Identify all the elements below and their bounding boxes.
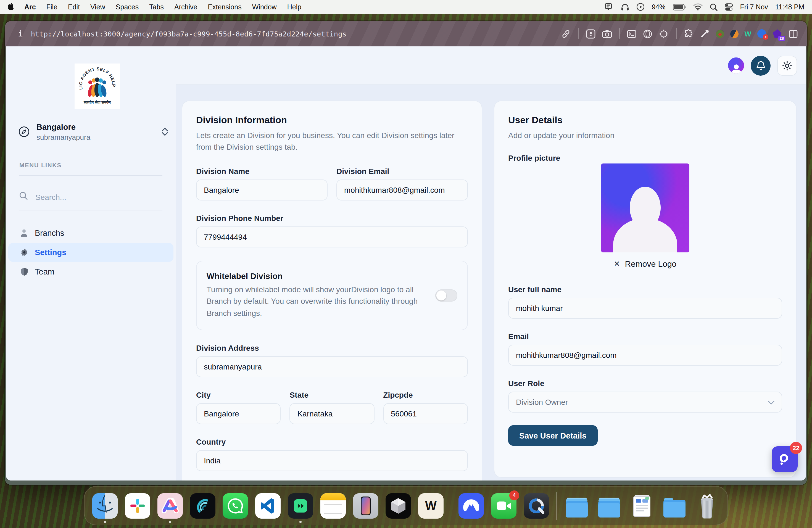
- remove-logo-button[interactable]: ✕ Remove Logo: [614, 259, 677, 269]
- user-email-input[interactable]: [508, 345, 782, 366]
- settings-content: Division Information Lets create an Divi…: [176, 85, 806, 481]
- toggle-knob: [436, 290, 446, 300]
- menu-help[interactable]: Help: [287, 3, 301, 11]
- battery-icon[interactable]: [672, 4, 686, 10]
- dock-folder-icon[interactable]: [662, 493, 687, 518]
- extension-icon-green[interactable]: [715, 30, 724, 38]
- running-indicator: [104, 520, 106, 523]
- sidebar-search[interactable]: [19, 192, 162, 202]
- menu-spaces[interactable]: Spaces: [116, 3, 139, 11]
- menu-extensions[interactable]: Extensions: [208, 3, 242, 11]
- chevron-up-down-icon[interactable]: [162, 128, 168, 136]
- page-info-icon[interactable]: i: [18, 30, 23, 38]
- division-email-input[interactable]: [336, 179, 468, 200]
- division-phone-label: Division Phone Number: [196, 214, 468, 222]
- headphones-icon[interactable]: [621, 3, 629, 11]
- profile-picture[interactable]: [601, 164, 690, 253]
- dock-vscode-icon[interactable]: [255, 493, 280, 518]
- division-name-input[interactable]: [196, 179, 328, 200]
- desktop: Arc File Edit View Spaces Tabs Archive E…: [0, 0, 812, 528]
- country-input[interactable]: [196, 450, 468, 471]
- search-input[interactable]: [34, 192, 122, 202]
- division-address-input[interactable]: [196, 356, 468, 377]
- org-name: Bangalore: [37, 121, 90, 133]
- user-details-title: User Details: [508, 115, 782, 126]
- user-name-input[interactable]: [508, 298, 782, 319]
- org-switcher[interactable]: Bangalore subramanyapura: [18, 121, 168, 143]
- dock-iphone-mirroring-icon[interactable]: [353, 493, 378, 518]
- state-input[interactable]: [290, 403, 375, 424]
- dock-facetime-icon[interactable]: 4: [491, 493, 517, 518]
- extensions-puzzle-icon[interactable]: [684, 29, 694, 39]
- toolbar-divider: [578, 28, 579, 39]
- split-view-icon[interactable]: [788, 29, 798, 39]
- dock-whatsapp-icon[interactable]: [222, 493, 248, 518]
- now-playing-icon[interactable]: [636, 3, 644, 11]
- adblock-icon[interactable]: x: [757, 29, 766, 38]
- dock-folder-icon[interactable]: [564, 493, 590, 518]
- globe-icon[interactable]: [643, 29, 653, 39]
- profile-picture-label: Profile picture: [508, 154, 782, 163]
- dock-arc-icon[interactable]: [157, 493, 183, 518]
- theme-toggle-button[interactable]: [777, 56, 797, 75]
- save-user-details-button[interactable]: Save User Details: [508, 426, 597, 446]
- dock-screen-studio-icon[interactable]: [288, 493, 313, 518]
- dock-folder-icon[interactable]: [597, 493, 622, 518]
- macos-menu-bar: Arc File Edit View Spaces Tabs Archive E…: [0, 0, 812, 14]
- wifi-icon[interactable]: [693, 3, 702, 11]
- state-label: State: [290, 390, 375, 399]
- user-email-label: Email: [508, 332, 782, 341]
- control-center-icon[interactable]: [724, 3, 733, 11]
- dock-trash-icon[interactable]: [694, 493, 720, 518]
- dock-wispr-flow-icon[interactable]: W: [418, 493, 444, 518]
- menu-edit[interactable]: Edit: [68, 3, 80, 11]
- whitelabel-toggle[interactable]: [435, 289, 458, 301]
- country-label: Country: [196, 437, 468, 446]
- division-title: Division Information: [196, 115, 468, 126]
- element-picker-icon[interactable]: [659, 29, 669, 39]
- division-phone-input[interactable]: [196, 226, 468, 247]
- notifications-bell-button[interactable]: [751, 56, 771, 75]
- user-role-select[interactable]: Division Owner: [508, 392, 782, 413]
- city-input[interactable]: [196, 403, 281, 424]
- dock-slack-icon[interactable]: [125, 493, 150, 518]
- dock-quicktime-icon[interactable]: [524, 493, 549, 518]
- user-details-subtitle: Add or update your information: [508, 130, 782, 142]
- menu-tabs[interactable]: Tabs: [149, 3, 164, 11]
- screenshot-camera-icon[interactable]: [602, 29, 612, 39]
- menu-window[interactable]: Window: [252, 3, 277, 11]
- menu-date[interactable]: Fri 7 Nov: [740, 3, 768, 11]
- dock-wave-app-icon[interactable]: [190, 493, 215, 518]
- menu-time[interactable]: 11:48 PM: [775, 3, 804, 11]
- extension-purple-badge-icon[interactable]: 28: [772, 29, 782, 39]
- screen-mirroring-icon[interactable]: [605, 3, 613, 11]
- media-gallery-icon[interactable]: [586, 29, 596, 39]
- menu-file[interactable]: File: [46, 3, 57, 11]
- url-bar[interactable]: http://localhost:3000/agency/f093ba7a-c9…: [31, 30, 347, 38]
- whitelabel-card: Whitelabel Division Turning on whilelabe…: [196, 260, 468, 330]
- sidebar-item-team[interactable]: Team: [8, 262, 173, 281]
- sidebar-item-branchs[interactable]: Branchs: [8, 224, 173, 243]
- extension-icon-orange[interactable]: [730, 30, 738, 38]
- dock-cube-app-icon[interactable]: [386, 493, 411, 518]
- apple-menu-icon[interactable]: [8, 3, 15, 11]
- menu-view[interactable]: View: [90, 3, 105, 11]
- spotlight-icon[interactable]: [710, 3, 717, 11]
- dock-finder-icon[interactable]: [92, 493, 118, 518]
- dock-documents-stack-icon[interactable]: [629, 493, 655, 518]
- dock-nordvpn-icon[interactable]: [459, 493, 484, 518]
- help-badge-count: 22: [790, 442, 802, 454]
- zipcode-input[interactable]: [383, 403, 468, 424]
- sidebar-item-settings[interactable]: Settings: [8, 243, 173, 262]
- menu-app-name[interactable]: Arc: [24, 3, 36, 11]
- devtools-console-icon[interactable]: [627, 29, 637, 39]
- battery-percent: 94%: [652, 3, 665, 11]
- running-indicator: [169, 520, 171, 523]
- wappalyzer-icon[interactable]: W: [744, 30, 751, 38]
- dock-notes-icon[interactable]: [320, 493, 346, 518]
- user-avatar[interactable]: [728, 57, 744, 73]
- copy-link-icon[interactable]: [561, 29, 571, 39]
- eyedropper-icon[interactable]: [700, 29, 710, 39]
- menu-archive[interactable]: Archive: [174, 3, 197, 11]
- help-fab-button[interactable]: 22: [772, 446, 798, 472]
